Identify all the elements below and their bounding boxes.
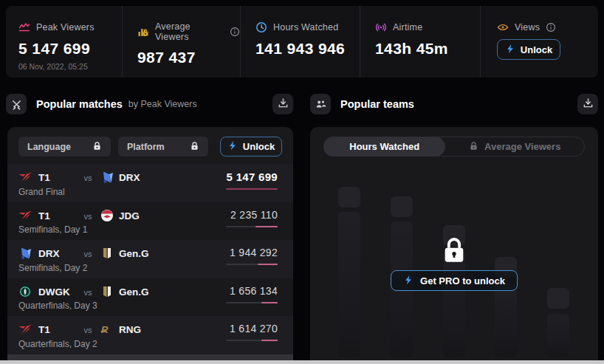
horizontal-scrollbar[interactable] <box>0 360 604 364</box>
info-icon[interactable] <box>546 22 556 32</box>
tab-label: Average Viewers <box>484 141 560 152</box>
bolt-icon <box>403 275 413 287</box>
filter-language[interactable]: Language <box>18 137 111 157</box>
download-teams-button[interactable] <box>577 94 598 114</box>
stat-value: 143h 45m <box>375 40 480 58</box>
team1-name: T1 <box>38 324 50 335</box>
teams-metric-tabs: Hours WatchedAverage Viewers <box>323 137 585 157</box>
geng-logo <box>100 285 114 298</box>
filters-unlock-button[interactable]: Unlock <box>220 137 282 157</box>
line-chart-icon <box>18 21 30 33</box>
match-row[interactable]: DWGKvsGen.GQuarterfinals, Day 31 656 134 <box>7 278 293 317</box>
popular-matches-subtitle: by Peak Viewers <box>128 99 197 109</box>
vs-label: vs <box>78 326 97 334</box>
next-match-row-partial <box>7 354 293 360</box>
match-stage: Quarterfinals, Day 3 <box>18 301 97 311</box>
rng-logo: R <box>100 323 114 336</box>
t1-logo <box>18 209 32 222</box>
match-value-block: 1 614 270 <box>226 323 278 341</box>
peak-viewers-value: 2 235 110 <box>230 209 278 221</box>
vs-label: vs <box>78 212 97 221</box>
vs-label: vs <box>78 174 97 182</box>
stat-peak-viewers: Peak Viewers5 147 69906 Nov, 2022, 05:25 <box>6 6 122 78</box>
match-value-block: 1 656 134 <box>226 285 278 303</box>
team1-name: DWGK <box>38 286 70 298</box>
match-value-block: 2 235 110 <box>226 209 278 227</box>
popular-teams-title: Popular teams <box>340 98 414 110</box>
tab-average-viewers[interactable]: Average Viewers <box>445 137 584 156</box>
match-stage: Quarterfinals, Day 2 <box>18 339 97 349</box>
bolt-icon <box>227 140 238 153</box>
clock-icon <box>255 21 267 33</box>
info-icon[interactable] <box>230 27 240 37</box>
match-row[interactable]: DRXvsGen.GSemifinals, Day 21 944 292 <box>7 240 293 278</box>
locked-teams-chart: Get PRO to unlock <box>310 166 598 358</box>
stat-label: Hours Watched <box>273 22 338 32</box>
big-lock-icon <box>441 236 467 264</box>
views-unlock-button[interactable]: Unlock <box>497 39 560 60</box>
filter-label: Platform <box>127 142 165 152</box>
peak-viewers-value: 1 656 134 <box>230 285 278 297</box>
pro-lock-overlay: Get PRO to unlock <box>310 166 598 358</box>
match-stage: Semifinals, Day 1 <box>18 224 87 235</box>
match-row[interactable]: T1vsDRXGrand Final5 147 699 <box>7 164 293 202</box>
team1-name: T1 <box>38 172 50 183</box>
drx-logo <box>18 247 32 260</box>
drx-logo <box>100 171 114 184</box>
popular-matches-header: Popular matches by Peak Viewers <box>6 94 293 114</box>
stat-value: 141 943 946 <box>255 40 360 58</box>
team1-name: DRX <box>38 248 60 259</box>
popular-teams-header: Popular teams <box>310 94 598 114</box>
vs-label: vs <box>78 250 97 258</box>
match-row[interactable]: T1vsJDGSemifinals, Day 12 235 110 <box>7 202 293 241</box>
filter-label: Language <box>27 142 71 152</box>
eye-icon <box>497 21 509 33</box>
team2-name: DRX <box>119 172 140 183</box>
stat-label: Airtime <box>393 22 422 32</box>
bolt-icon <box>505 44 515 56</box>
viewers-bar <box>226 302 278 303</box>
bar-chart-lock-icon <box>137 26 149 38</box>
get-pro-label: Get PRO to unlock <box>420 275 505 286</box>
popular-matches-title: Popular matches <box>36 98 123 110</box>
peak-viewers-value: 1 614 270 <box>230 323 278 334</box>
team2-name: Gen.G <box>119 286 149 298</box>
viewers-bar <box>226 264 278 265</box>
filter-platform[interactable]: Platform <box>118 137 208 157</box>
stat-value: 5 147 699 <box>18 40 122 58</box>
match-stage: Semifinals, Day 2 <box>18 263 87 273</box>
jdg-logo <box>100 209 114 222</box>
lock-icon <box>469 141 478 153</box>
lock-icon <box>92 141 102 153</box>
stat-hours-watched: Hours Watched141 943 946 <box>240 6 360 78</box>
stats-bar: Peak Viewers5 147 69906 Nov, 2022, 05:25… <box>6 6 598 78</box>
stat-label: Views <box>515 22 540 32</box>
stat-timestamp: 06 Nov, 2022, 05:25 <box>18 62 122 71</box>
viewers-bar <box>226 188 278 190</box>
svg-text:R: R <box>101 324 109 335</box>
team1-name: T1 <box>38 210 50 222</box>
download-matches-button[interactable] <box>272 94 293 114</box>
stat-airtime: Airtime143h 45m <box>360 6 480 78</box>
team2-name: RNG <box>119 324 141 335</box>
t1-logo <box>18 171 32 184</box>
stat-average-viewers: Average Viewers987 437 <box>122 6 240 78</box>
get-pro-button[interactable]: Get PRO to unlock <box>391 270 518 291</box>
download-icon <box>278 97 289 111</box>
stat-label: Peak Viewers <box>36 22 95 32</box>
lock-icon <box>190 141 199 153</box>
stat-label: Average Viewers <box>155 21 224 42</box>
t1-logo <box>18 323 32 336</box>
tab-hours-watched[interactable]: Hours Watched <box>323 137 445 157</box>
peak-viewers-value: 5 147 699 <box>227 171 278 183</box>
match-stage: Grand Final <box>18 187 65 197</box>
peak-viewers-value: 1 944 292 <box>230 247 278 258</box>
broadcast-icon <box>375 21 387 33</box>
geng-logo <box>100 247 114 260</box>
popular-matches-card: LanguagePlatformUnlock T1vsDRXGrand Fina… <box>7 127 293 364</box>
download-icon <box>583 97 594 111</box>
match-value-block: 5 147 699 <box>226 171 278 190</box>
stat-views: ViewsUnlock <box>480 6 598 78</box>
match-row[interactable]: T1vsRRNGQuarterfinals, Day 21 614 270 <box>7 316 293 354</box>
viewers-bar <box>226 340 278 341</box>
